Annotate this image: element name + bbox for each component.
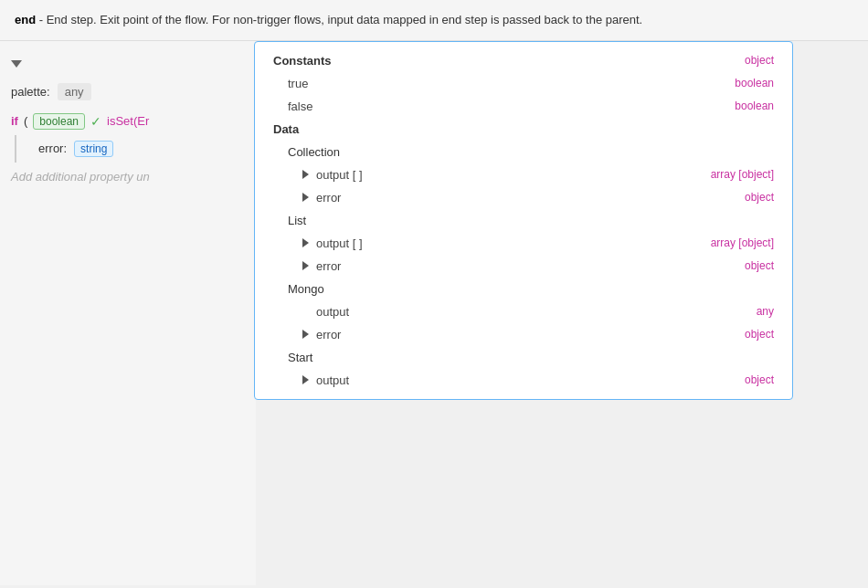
false-item[interactable]: false boolean <box>255 95 792 118</box>
mongo-error-type: object <box>745 328 774 341</box>
expand-start-output-icon[interactable] <box>302 375 309 384</box>
collapse-triangle-icon[interactable] <box>11 60 22 68</box>
boolean-badge[interactable]: boolean <box>33 113 85 130</box>
list-output-item[interactable]: output [ ] array [object] <box>255 232 792 255</box>
data-header[interactable]: Data <box>255 118 792 141</box>
left-panel: palette: any if ( boolean ✓ isSet(Er err… <box>0 41 256 585</box>
collection-label: Collection <box>288 145 340 159</box>
list-output-label: output [ ] <box>316 236 363 250</box>
expand-list-error-icon[interactable] <box>302 261 309 270</box>
list-error-type: object <box>745 259 774 272</box>
dropdown-panel: Constants object true boolean false bool… <box>254 41 793 400</box>
list-output-type: array [object] <box>711 236 774 249</box>
false-type: boolean <box>735 100 774 112</box>
expand-list-output-icon[interactable] <box>302 238 309 247</box>
data-label: Data <box>273 122 299 136</box>
mongo-error-item[interactable]: error object <box>255 323 792 346</box>
list-error-label: error <box>316 259 341 273</box>
error-row: error: string <box>15 135 256 163</box>
collection-output-label: output [ ] <box>316 168 363 182</box>
collection-error-item[interactable]: error object <box>255 186 792 209</box>
list-label: List <box>288 214 306 227</box>
start-header[interactable]: Start <box>255 346 792 369</box>
start-output-item[interactable]: output object <box>255 369 792 392</box>
start-output-type: object <box>745 373 774 386</box>
triangle-row <box>0 50 256 76</box>
end-keyword: end <box>15 13 36 26</box>
open-paren: ( <box>24 114 27 128</box>
start-label: Start <box>288 351 312 364</box>
palette-row: palette: any <box>0 76 256 108</box>
true-type: boolean <box>735 77 774 89</box>
collection-output-item[interactable]: output [ ] array [object] <box>255 163 792 186</box>
palette-value: any <box>58 83 91 100</box>
if-row: if ( boolean ✓ isSet(Er <box>0 108 256 135</box>
constants-label: Constants <box>273 54 332 68</box>
start-output-label: output <box>316 373 349 387</box>
mongo-label: Mongo <box>288 282 324 296</box>
error-label: error: <box>38 142 67 155</box>
list-error-item[interactable]: error object <box>255 255 792 278</box>
collection-error-label: error <box>316 191 341 205</box>
end-step-description: end - End step. Exit point of the flow. … <box>0 0 868 41</box>
expand-collection-output-icon[interactable] <box>302 170 309 179</box>
mongo-error-label: error <box>316 328 341 341</box>
expand-collection-error-icon[interactable] <box>302 193 309 202</box>
checkmark-icon: ✓ <box>90 114 101 129</box>
if-keyword: if <box>11 114 18 128</box>
collection-output-type: array [object] <box>711 168 774 181</box>
add-property-text: Add additional property un <box>0 163 256 191</box>
constants-header[interactable]: Constants object <box>255 49 792 72</box>
palette-label: palette: <box>11 85 50 99</box>
mongo-output-type: any <box>757 305 774 318</box>
list-header[interactable]: List <box>255 209 792 232</box>
false-label: false <box>288 100 312 113</box>
isset-text: isSet(Er <box>107 114 149 128</box>
main-area: palette: any if ( boolean ✓ isSet(Er err… <box>0 41 868 585</box>
expand-mongo-error-icon[interactable] <box>302 330 309 339</box>
true-label: true <box>288 77 308 90</box>
string-badge[interactable]: string <box>74 141 113 157</box>
mongo-header[interactable]: Mongo <box>255 278 792 300</box>
constants-type: object <box>745 54 774 67</box>
mongo-output-item[interactable]: output any <box>255 300 792 323</box>
collection-error-type: object <box>745 191 774 204</box>
mongo-output-label: output <box>316 305 349 319</box>
true-item[interactable]: true boolean <box>255 72 792 95</box>
collection-header[interactable]: Collection <box>255 141 792 163</box>
